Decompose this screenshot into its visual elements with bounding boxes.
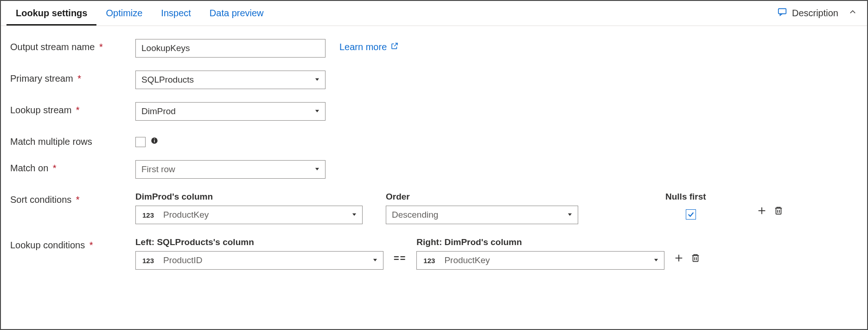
tab-optimize[interactable]: Optimize	[96, 1, 152, 25]
description-label: Description	[792, 8, 838, 19]
add-sort-condition-button[interactable]	[757, 206, 767, 218]
chevron-down-icon	[372, 255, 378, 265]
trash-icon	[773, 208, 784, 218]
trash-icon	[690, 255, 701, 265]
svg-marker-1	[315, 78, 319, 81]
sort-order-header: Order	[386, 192, 578, 202]
output-stream-name-input[interactable]	[135, 39, 326, 58]
row-lookup-stream: Lookup stream * DimProd	[10, 102, 858, 121]
lookup-settings-pane: Lookup settings Optimize Inspect Data pr…	[0, 0, 868, 330]
required-asterisk: *	[76, 105, 80, 115]
collapse-button[interactable]	[844, 4, 862, 22]
primary-stream-dropdown[interactable]: SQLProducts	[135, 71, 326, 89]
match-on-dropdown[interactable]: First row	[135, 160, 326, 179]
svg-marker-8	[568, 214, 572, 216]
row-match-on: Match on * First row	[10, 160, 858, 179]
datatype-badge-integer: 123	[417, 252, 441, 269]
label-match-multiple-rows: Match multiple rows	[10, 134, 135, 147]
svg-rect-0	[779, 9, 786, 14]
row-lookup-conditions: Lookup conditions * Left: SQLProducts's …	[10, 237, 858, 270]
chevron-down-icon	[653, 255, 659, 265]
plus-icon	[674, 255, 684, 265]
plus-icon	[757, 208, 767, 218]
row-output-stream-name: Output stream name * Learn more	[10, 39, 858, 58]
chevron-down-icon	[314, 106, 320, 116]
datatype-badge-integer: 123	[136, 252, 160, 269]
delete-sort-condition-button[interactable]	[773, 206, 784, 218]
row-sort-conditions: Sort conditions * DimProd's column 123 P…	[10, 192, 858, 224]
lookup-stream-dropdown[interactable]: DimProd	[135, 102, 326, 121]
sort-column-header: DimProd's column	[135, 192, 363, 202]
comment-icon	[777, 7, 787, 19]
lookup-operator: ==	[383, 253, 416, 264]
description-button[interactable]: Description	[772, 3, 844, 23]
lookup-right-column-dropdown[interactable]: 123 ProductKey	[416, 251, 664, 270]
lookup-left-header: Left: SQLProducts's column	[135, 237, 383, 247]
svg-rect-5	[154, 139, 155, 140]
add-lookup-condition-button[interactable]	[674, 253, 684, 265]
chevron-down-icon	[314, 164, 320, 175]
required-asterisk: *	[89, 240, 93, 250]
svg-marker-15	[654, 259, 658, 261]
form-body: Output stream name * Learn more	[1, 26, 867, 329]
svg-marker-7	[352, 214, 356, 216]
svg-rect-11	[776, 208, 781, 214]
label-match-on: Match on *	[10, 160, 135, 174]
datatype-badge-integer: 123	[136, 206, 160, 224]
label-sort-conditions: Sort conditions *	[10, 192, 135, 205]
nulls-first-checkbox[interactable]	[686, 209, 696, 220]
tab-data-preview[interactable]: Data preview	[200, 1, 273, 25]
chevron-down-icon	[567, 210, 573, 220]
external-link-icon	[390, 42, 399, 52]
svg-marker-6	[315, 168, 319, 170]
label-output-stream-name: Output stream name *	[10, 39, 135, 52]
required-asterisk: *	[77, 73, 81, 84]
delete-lookup-condition-button[interactable]	[690, 253, 701, 265]
label-primary-stream: Primary stream *	[10, 71, 135, 84]
lookup-right-header: Right: DimProd's column	[416, 237, 664, 247]
sort-order-dropdown[interactable]: Descending	[386, 206, 578, 224]
nulls-first-header: Nulls first	[665, 192, 706, 202]
tab-lookup-settings[interactable]: Lookup settings	[6, 1, 96, 25]
chevron-down-icon	[314, 75, 320, 85]
svg-marker-2	[315, 110, 319, 112]
tabbar: Lookup settings Optimize Inspect Data pr…	[1, 1, 867, 26]
sort-column-dropdown[interactable]: 123 ProductKey	[135, 206, 363, 224]
learn-more-link[interactable]: Learn more	[339, 39, 399, 52]
row-match-multiple-rows: Match multiple rows	[10, 134, 858, 147]
match-multiple-rows-checkbox[interactable]	[135, 137, 146, 147]
chevron-down-icon	[351, 210, 357, 220]
lookup-left-column-dropdown[interactable]: 123 ProductID	[135, 251, 383, 270]
required-asterisk: *	[76, 194, 80, 205]
required-asterisk: *	[53, 163, 57, 173]
tab-inspect[interactable]: Inspect	[152, 1, 200, 25]
svg-marker-14	[373, 259, 377, 261]
info-icon[interactable]	[150, 136, 159, 147]
required-asterisk: *	[99, 42, 103, 52]
chevron-up-icon	[849, 8, 857, 18]
svg-rect-18	[693, 256, 698, 262]
label-lookup-stream: Lookup stream *	[10, 102, 135, 116]
label-lookup-conditions: Lookup conditions *	[10, 237, 135, 251]
svg-rect-4	[154, 140, 155, 142]
row-primary-stream: Primary stream * SQLProducts	[10, 71, 858, 89]
